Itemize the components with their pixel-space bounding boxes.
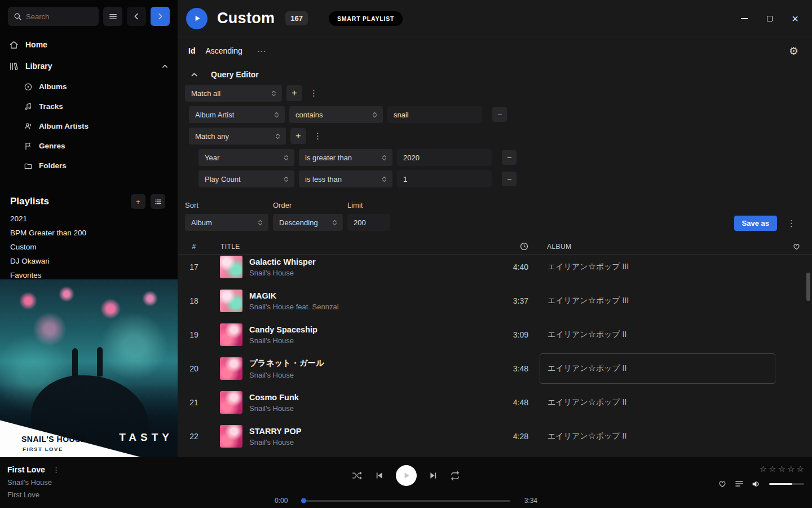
sidebar-item-album-artists[interactable]: Album Artists (0, 116, 178, 136)
seek-bar[interactable] (302, 500, 510, 502)
updown-icon (371, 111, 378, 119)
volume-fill (769, 483, 792, 485)
group-kebab-icon[interactable]: ⋮ (311, 131, 325, 141)
add-rule-button[interactable]: + (290, 128, 306, 144)
previous-icon[interactable] (375, 471, 383, 480)
star-icon[interactable]: ☆ (769, 464, 776, 474)
select-value: contains (295, 111, 367, 119)
star-icon[interactable]: ☆ (760, 464, 767, 474)
now-playing-kebab-icon[interactable]: ⋮ (52, 466, 60, 474)
close-button[interactable]: × (791, 14, 800, 23)
minimize-button[interactable] (740, 14, 749, 23)
rule-operator-select[interactable]: is less than (299, 170, 392, 187)
rule-field-select[interactable]: Album Artist (189, 106, 285, 123)
rule-operator-select[interactable]: is greater than (299, 149, 392, 166)
group-kebab-icon[interactable]: ⋮ (307, 88, 321, 98)
play-playlist-button[interactable] (186, 8, 208, 29)
save-kebab-icon[interactable]: ⋮ (784, 218, 798, 229)
column-number[interactable]: # (178, 243, 210, 251)
track-artist: Snail's House (249, 404, 488, 413)
column-album[interactable]: ALBUM (528, 243, 780, 251)
remove-rule-button[interactable]: − (502, 150, 517, 165)
sidebar-item-library[interactable]: Library (0, 55, 178, 77)
table-row[interactable]: 19 Candy Spaceship Snail's House 3:09 エイ… (178, 318, 812, 352)
track-artist: Snail's House feat. Sennzai (249, 303, 488, 311)
nav-forward-button[interactable] (151, 7, 170, 26)
chevron-up-icon[interactable] (161, 63, 169, 70)
column-favorite[interactable] (780, 242, 812, 251)
save-as-button[interactable]: Save as (734, 216, 777, 231)
seek-handle[interactable] (301, 498, 306, 503)
shuffle-icon[interactable] (352, 470, 363, 481)
main-content: Custom 167 SMART PLAYLIST × Id Ascending… (178, 0, 812, 457)
track-album: エイリアン☆ポップ III (548, 296, 629, 306)
table-row-selected[interactable]: 20 プラネット・ガール Snail's House 3:48 エイリアン☆ポッ… (178, 352, 812, 386)
star-icon[interactable]: ☆ (797, 464, 804, 474)
playlist-item[interactable]: DJ Okawari (0, 254, 178, 268)
remove-rule-button[interactable]: − (492, 107, 507, 122)
table-row[interactable]: 22 STARRY POP Snail's House 4:28 エイリアン☆ポ… (178, 419, 812, 453)
column-title[interactable]: TITLE (210, 243, 488, 251)
queue-icon[interactable] (735, 479, 744, 488)
repeat-icon[interactable] (450, 471, 460, 481)
sidebar-item-genres[interactable]: Genres (0, 136, 178, 156)
album-cell-focused[interactable]: エイリアン☆ポップ II (540, 353, 775, 384)
playlist-item[interactable]: Custom (0, 240, 178, 254)
play-pause-button[interactable] (396, 465, 417, 486)
track-duration: 4:48 (488, 398, 528, 407)
search-icon (14, 12, 22, 21)
track-title: Candy Spaceship (249, 325, 488, 334)
sidebar-item-home[interactable]: Home (0, 34, 178, 55)
favorite-heart-icon[interactable] (718, 479, 727, 488)
playlists-menu-button[interactable] (151, 194, 165, 209)
limit-input[interactable] (347, 214, 390, 231)
column-duration[interactable] (488, 242, 528, 251)
rule-value-input[interactable] (397, 149, 492, 166)
more-options-icon[interactable]: ⋯ (257, 46, 267, 56)
next-icon[interactable] (429, 471, 438, 480)
rule-value-input[interactable] (397, 170, 492, 187)
table-row[interactable]: 17 Galactic Whisper Snail's House 4:40 エ… (178, 255, 812, 284)
star-icon[interactable]: ☆ (787, 464, 795, 474)
track-title: Cosmo Funk (249, 393, 488, 402)
nav-back-button[interactable] (127, 7, 146, 26)
sidebar-item-tracks[interactable]: Tracks (0, 97, 178, 116)
track-number: 18 (178, 296, 210, 305)
playlist-label: 2021 (10, 214, 27, 223)
collapse-query-editor-button[interactable] (190, 71, 198, 79)
playlist-item[interactable]: 2021 (0, 212, 178, 226)
rule-field-select[interactable]: Play Count (198, 170, 294, 187)
scrollbar-thumb[interactable] (806, 273, 810, 301)
track-artwork (220, 323, 242, 346)
add-rule-button[interactable]: + (286, 85, 302, 101)
search-input[interactable] (26, 12, 93, 21)
star-icon[interactable]: ☆ (778, 464, 785, 474)
gear-icon[interactable]: ⚙ (789, 46, 798, 56)
sidebar-item-folders[interactable]: Folders (0, 156, 178, 176)
match-mode-select[interactable]: Match all (185, 85, 282, 102)
match-mode-select[interactable]: Match any (189, 128, 286, 144)
flag-icon (24, 142, 33, 151)
menu-button[interactable] (103, 7, 122, 26)
remove-rule-button[interactable]: − (502, 172, 517, 186)
rule-operator-select[interactable]: contains (289, 106, 383, 123)
table-row[interactable]: 18 MAGIK Snail's House feat. Sennzai 3:3… (178, 284, 812, 318)
clock-icon (520, 242, 528, 251)
sort-field-button[interactable]: Id (188, 46, 195, 55)
maximize-button[interactable] (765, 14, 774, 23)
sort-by-select[interactable]: Album (185, 214, 268, 231)
order-select[interactable]: Descending (273, 214, 343, 231)
updown-icon (331, 219, 338, 226)
search-box[interactable] (8, 7, 99, 26)
rule-field-select[interactable]: Year (198, 149, 294, 166)
table-row[interactable]: 21 Cosmo Funk Snail's House 4:48 エイリアン☆ポ… (178, 386, 812, 419)
sort-order-button[interactable]: Ascending (205, 46, 242, 55)
query-rule-row: Album Artist contains − (189, 106, 812, 123)
rule-value-input[interactable] (387, 106, 482, 123)
playlist-item[interactable]: BPM Greater than 200 (0, 226, 178, 240)
add-playlist-button[interactable]: + (131, 194, 145, 209)
volume-icon[interactable] (752, 480, 761, 488)
sidebar-item-albums[interactable]: Albums (0, 77, 178, 97)
track-duration: 4:28 (488, 432, 528, 441)
volume-slider[interactable] (769, 483, 804, 485)
